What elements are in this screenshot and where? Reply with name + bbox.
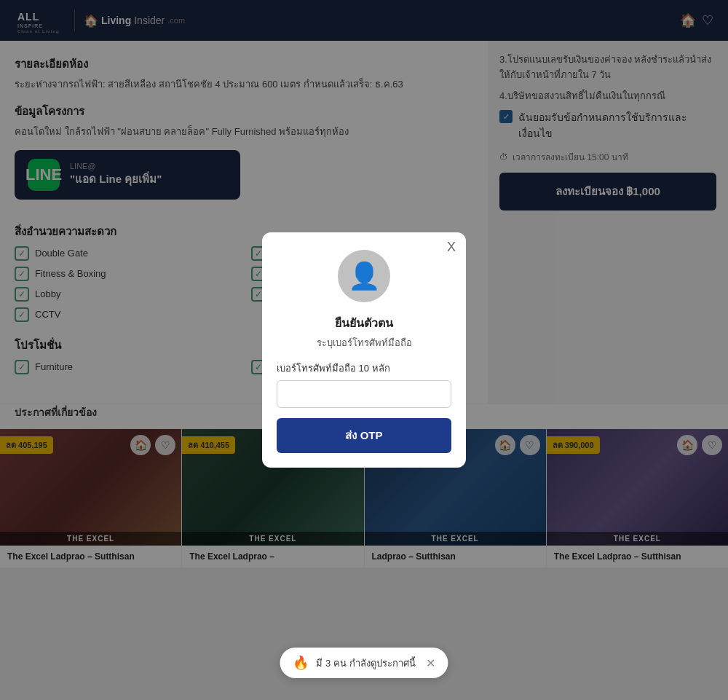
avatar-icon: 👤: [348, 261, 381, 291]
modal-subtitle: ระบุเบอร์โทรศัพท์มือถือ: [277, 335, 451, 350]
otp-button[interactable]: ส่ง OTP: [277, 418, 451, 453]
verify-modal: X 👤 ยืนยันตัวตน ระบุเบอร์โทรศัพท์มือถือ …: [262, 232, 466, 468]
modal-close-button[interactable]: X: [447, 240, 456, 255]
phone-input[interactable]: [277, 380, 451, 408]
modal-avatar: 👤: [338, 250, 390, 302]
modal-overlay: X 👤 ยืนยันตัวตน ระบุเบอร์โทรศัพท์มือถือ …: [0, 0, 728, 567]
phone-label: เบอร์โทรศัพท์มือถือ 10 หลัก: [277, 361, 451, 376]
modal-title: ยืนยันตัวตน: [277, 314, 451, 332]
